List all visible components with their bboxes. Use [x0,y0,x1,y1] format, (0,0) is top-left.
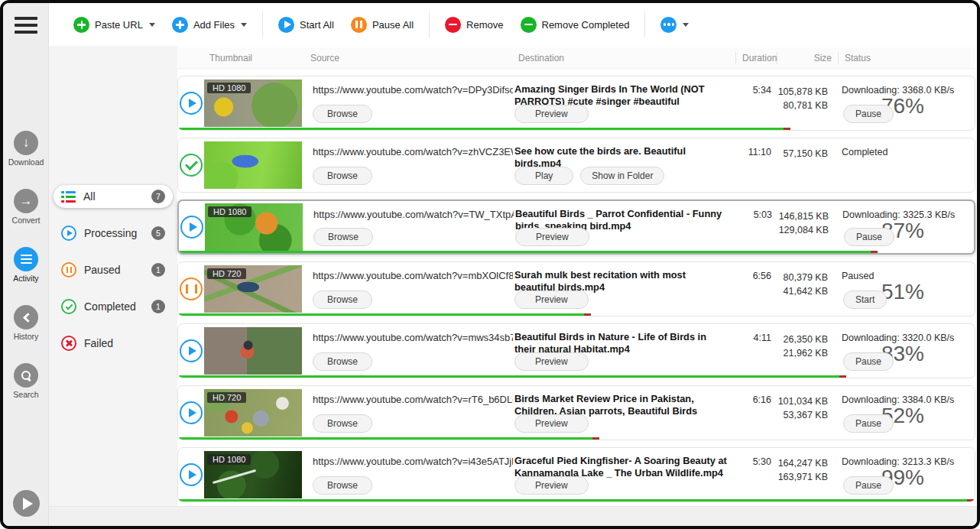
count-badge: 5 [151,226,165,240]
count-badge: 1 [151,263,165,277]
browse-button[interactable]: Browse [313,228,373,246]
filter-paused[interactable]: Paused 1 [54,258,173,281]
more-options-button[interactable] [660,17,677,33]
preview-play-button[interactable]: Preview [514,476,589,495]
video-thumbnail[interactable] [204,141,302,189]
pause-start-button[interactable]: Pause [843,352,894,371]
add-files-dropdown-caret[interactable] [241,23,247,27]
header-duration: Duration [735,52,777,64]
size-total: 80,379 KB [777,271,828,284]
hd-quality-badge: HD 1080 [207,454,251,465]
browse-button[interactable]: Browse [313,290,372,309]
history-icon [14,305,38,329]
filter-all[interactable]: All 7 [54,185,173,208]
download-row[interactable]: HD 720 https://www.youtube.com/watch?v=m… [177,261,975,316]
row-state-icon[interactable] [180,154,203,177]
show-in-folder-button[interactable]: Show in Folder [580,167,664,185]
video-thumbnail[interactable]: HD 1080 [204,451,302,498]
status-text: Completed [842,147,975,157]
processing-icon [61,226,76,241]
video-thumbnail[interactable]: HD 1080 [205,203,303,251]
download-list: HD 1080 https://www.youtube.com/watch?v=… [177,76,975,502]
floating-play-button[interactable] [13,490,40,517]
convert-icon: → [14,189,38,213]
sidebar-item-search[interactable]: Search [3,363,49,399]
pause-start-button[interactable]: Pause [843,105,894,123]
sidebar-item-convert[interactable]: → Convert [3,189,49,225]
menu-icon[interactable] [15,17,37,37]
download-row[interactable]: HD 1080 https://www.youtube.com/watch?v=… [177,200,975,255]
size-downloaded: 80,781 KB [777,99,828,112]
ellipsis-icon [660,17,677,33]
pause-start-button[interactable]: Start [843,290,887,309]
row-state-icon[interactable] [180,463,203,486]
sidebar-item-history[interactable]: History [3,305,49,341]
sidebar: ↓ Download → Convert Activity History Se… [3,3,49,526]
destination-title: See how cute the birds are. Beautiful bi… [513,138,736,170]
download-row[interactable]: HD 1080 https://www.youtube.com/watch?v=… [177,76,975,131]
preview-play-button[interactable]: Preview [514,105,589,123]
download-row[interactable]: https://www.youtube.com/watch?v=zhVCZ3EW… [177,138,975,193]
completed-icon [61,299,76,314]
filter-failed[interactable]: Failed [54,332,173,355]
destination-title: Graceful Pied Kingfisher- A Soaring Beau… [513,448,736,480]
size-total: 101,034 KB [777,394,828,408]
sidebar-item-activity[interactable]: Activity [3,247,49,283]
preview-play-button[interactable]: Preview [515,228,589,246]
hd-quality-badge: HD 1080 [208,206,251,217]
count-badge: 1 [151,300,165,313]
source-url: https://www.youtube.com/watch?v=TW_TXtpA… [306,201,514,220]
pause-start-button[interactable]: Pause [843,414,894,433]
duration: 6:56 [736,262,777,316]
browse-button[interactable]: Browse [313,414,372,433]
browse-button[interactable]: Browse [313,167,372,185]
failed-icon [61,336,76,351]
source-url: https://www.youtube.com/watch?v=mbXOlCf8… [305,262,513,281]
browse-button[interactable]: Browse [313,352,372,371]
plus-icon [172,17,188,33]
sidebar-item-download[interactable]: ↓ Download [3,131,49,167]
paste-url-button[interactable]: Paste URL [73,17,143,33]
video-thumbnail[interactable] [204,327,302,375]
progress-bar [178,499,967,502]
paste-url-dropdown-caret[interactable] [149,23,155,27]
browse-button[interactable]: Browse [313,476,372,495]
video-thumbnail[interactable]: HD 720 [204,389,302,437]
filter-completed[interactable]: Completed 1 [54,295,173,318]
size-total: 146,815 KB [778,209,829,223]
size-downloaded: 41,642 KB [777,284,828,298]
row-state-icon[interactable] [180,92,203,115]
pause-start-button[interactable]: Pause [843,476,894,495]
start-all-button[interactable]: Start All [278,17,334,33]
filter-processing[interactable]: Processing 5 [54,222,173,245]
browse-button[interactable]: Browse [313,105,372,123]
preview-play-button[interactable]: Preview [514,352,589,371]
preview-play-button[interactable]: Play [514,167,573,185]
preview-play-button[interactable]: Preview [514,414,589,433]
video-thumbnail[interactable]: HD 1080 [204,80,302,127]
add-files-button[interactable]: Add Files [172,17,235,33]
pause-start-button[interactable]: Pause [844,228,894,246]
download-row[interactable]: HD 1080 https://www.youtube.com/watch?v=… [177,447,975,502]
row-state-icon[interactable] [180,401,203,424]
row-state-icon[interactable] [180,339,203,362]
more-options-dropdown-caret[interactable] [683,23,689,27]
preview-play-button[interactable]: Preview [514,290,589,309]
source-url: https://www.youtube.com/watch?v=DPy3Difs… [305,76,513,96]
row-state-icon[interactable] [180,277,203,300]
hd-quality-badge: HD 1080 [207,83,251,93]
toolbar-separator [644,11,645,37]
paused-icon [61,262,76,277]
row-state-icon[interactable] [180,216,203,239]
download-row[interactable]: HD 720 https://www.youtube.com/watch?v=r… [177,385,975,440]
destination-title: Amazing Singer Birds In The World (NOT P… [513,76,736,109]
duration: 5:30 [736,448,777,501]
pause-all-button[interactable]: Pause All [351,17,414,33]
progress-bar [178,313,584,316]
remove-completed-button[interactable]: Remove Completed [521,17,630,33]
video-thumbnail[interactable]: HD 720 [204,265,302,313]
download-row[interactable]: https://www.youtube.com/watch?v=mws34sb7… [177,323,975,378]
remove-button[interactable]: Remove [445,17,503,33]
toolbar: Paste URL Add Files Start All Pause All … [49,3,977,46]
table-header: Thumbnail Source Destination Duration Si… [177,47,975,69]
